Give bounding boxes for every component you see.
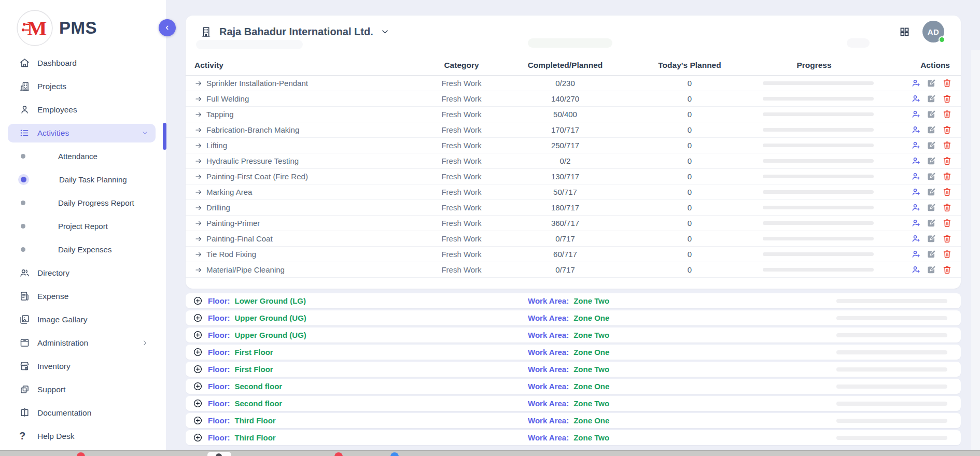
sidebar-item-label: Support	[37, 385, 65, 394]
chevron-left-icon	[163, 24, 171, 32]
assign-user-button[interactable]	[911, 125, 921, 135]
company-selector-label[interactable]: Raja Bahadur International Ltd.	[219, 26, 373, 38]
activity-name-cell[interactable]: Fabrication-Branch Making	[194, 125, 417, 134]
assign-user-button[interactable]	[911, 187, 921, 197]
assign-user-button[interactable]	[911, 203, 921, 212]
expand-plus-button[interactable]	[193, 313, 203, 323]
delete-button[interactable]	[942, 265, 952, 275]
activity-name-cell[interactable]: Marking Area	[194, 188, 417, 196]
assign-user-button[interactable]	[911, 172, 921, 181]
assign-user-button[interactable]	[911, 156, 921, 166]
dock-icon[interactable]	[77, 452, 85, 456]
floor-label: Floor:	[208, 399, 230, 408]
dock-icon[interactable]	[334, 452, 343, 456]
delete-button[interactable]	[942, 94, 952, 104]
sidebar-item-dashboard[interactable]: Dashboard	[8, 51, 156, 75]
activity-name-cell[interactable]: Tie Rod Fixing	[194, 250, 417, 259]
work-area-name: Zone Two	[573, 433, 609, 442]
edit-button[interactable]	[927, 203, 936, 212]
sidebar-item-support[interactable]: Support	[8, 378, 156, 401]
edit-button[interactable]	[927, 156, 936, 166]
activity-name-cell[interactable]: Hydraulic Pressure Testing	[194, 156, 417, 165]
assign-user-button[interactable]	[911, 234, 921, 244]
edit-button[interactable]	[927, 249, 936, 259]
delete-button[interactable]	[942, 125, 952, 135]
activity-name-cell[interactable]: Painting-Final Coat	[194, 234, 417, 243]
expand-plus-button[interactable]	[193, 364, 203, 374]
activity-name-cell[interactable]: Material/Pipe Cleaning	[194, 265, 417, 274]
sidebar-subitem-daily-expenses[interactable]: Daily Expenses	[0, 238, 166, 261]
assign-user-button[interactable]	[911, 218, 921, 228]
expand-plus-button[interactable]	[193, 381, 203, 391]
delete-button[interactable]	[942, 249, 952, 259]
expand-plus-button[interactable]	[193, 398, 203, 408]
page-scrollbar[interactable]	[971, 50, 980, 450]
activity-name-cell[interactable]: Sprinkler Installation-Pendant	[194, 79, 417, 88]
assign-user-button[interactable]	[911, 140, 921, 150]
activity-name-cell[interactable]: Lifting	[194, 141, 417, 150]
sidebar-item-help-desk[interactable]: ?Help Desk	[8, 424, 156, 448]
category-cell: Fresh Work	[417, 141, 506, 150]
sidebar-item-activities[interactable]: Activities	[8, 124, 156, 142]
activity-name-cell[interactable]: Painting-Primer	[194, 219, 417, 227]
edit-button[interactable]	[927, 234, 936, 244]
delete-button[interactable]	[942, 203, 952, 212]
sidebar-item-label: Inventory	[37, 362, 71, 371]
edit-button[interactable]	[927, 187, 936, 197]
sidebar-subitem-project-report[interactable]: Project Report	[0, 215, 166, 238]
sidebar-item-directory[interactable]: Directory	[8, 261, 156, 284]
delete-button[interactable]	[942, 156, 952, 166]
sidebar-item-administration[interactable]: Administration	[8, 331, 156, 354]
expand-plus-button[interactable]	[193, 416, 203, 425]
row-actions	[874, 94, 952, 104]
delete-button[interactable]	[942, 172, 952, 181]
edit-button[interactable]	[927, 218, 936, 228]
assign-user-button[interactable]	[911, 109, 921, 119]
expand-plus-button[interactable]	[193, 330, 203, 340]
delete-button[interactable]	[942, 218, 952, 228]
expand-plus-button[interactable]	[193, 433, 203, 443]
table-body: Sprinkler Installation-PendantFresh Work…	[186, 76, 961, 278]
edit-button[interactable]	[927, 265, 936, 275]
activity-name-cell[interactable]: Full Welding	[194, 94, 417, 103]
floor-progress-track	[836, 436, 947, 440]
activity-name: Drilling	[206, 203, 230, 212]
apps-grid-button[interactable]	[899, 26, 910, 37]
sidebar-item-employees[interactable]: Employees	[8, 98, 156, 121]
delete-button[interactable]	[942, 234, 952, 244]
sidebar-item-expense[interactable]: Expense	[8, 284, 156, 308]
edit-button[interactable]	[927, 172, 936, 181]
sidebar-subitem-daily-task-planning[interactable]: Daily Task Planning	[0, 168, 166, 191]
expand-plus-button[interactable]	[193, 296, 203, 306]
activity-name-cell[interactable]: Painting-First Coat (Fire Red)	[194, 172, 417, 181]
edit-button[interactable]	[927, 78, 936, 88]
activity-name-cell[interactable]: Drilling	[194, 203, 417, 212]
dock-item[interactable]	[207, 452, 231, 456]
assign-user-button[interactable]	[911, 94, 921, 104]
dock-icon[interactable]	[390, 452, 399, 456]
edit-button[interactable]	[927, 109, 936, 119]
progress-cell	[754, 221, 874, 225]
activity-name-cell[interactable]: Tapping	[194, 110, 417, 119]
sidebar-item-image-gallary[interactable]: Image Gallary	[8, 308, 156, 331]
sidebar-item-documentation[interactable]: Documentation	[8, 401, 156, 424]
sidebar-subitem-attendance[interactable]: Attendance	[0, 145, 166, 168]
assign-user-button[interactable]	[911, 265, 921, 275]
sidebar-collapse-button[interactable]	[159, 19, 176, 36]
chevron-down-icon[interactable]	[381, 27, 389, 36]
progress-cell	[754, 128, 874, 132]
delete-button[interactable]	[942, 78, 952, 88]
delete-button[interactable]	[942, 187, 952, 197]
assign-user-button[interactable]	[911, 78, 921, 88]
edit-button[interactable]	[927, 125, 936, 135]
delete-button[interactable]	[942, 109, 952, 119]
sidebar-item-projects[interactable]: Projects	[8, 75, 156, 98]
sidebar-subitem-daily-progress-report[interactable]: Daily Progress Report	[0, 191, 166, 215]
edit-button[interactable]	[927, 94, 936, 104]
delete-button[interactable]	[942, 140, 952, 150]
expand-plus-button[interactable]	[193, 347, 203, 357]
assign-user-button[interactable]	[911, 249, 921, 259]
avatar[interactable]: AD	[922, 21, 944, 42]
edit-button[interactable]	[927, 140, 936, 150]
sidebar-item-inventory[interactable]: Inventory	[8, 354, 156, 378]
